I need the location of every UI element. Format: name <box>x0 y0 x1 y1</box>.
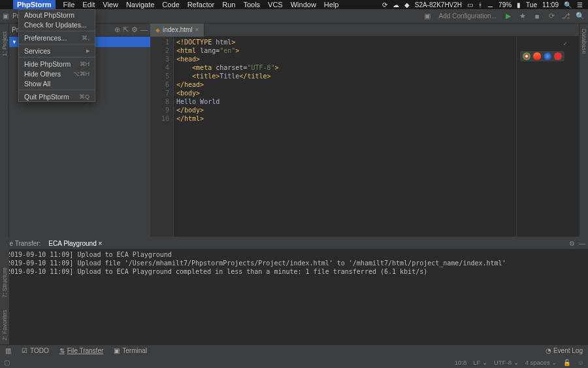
hide-icon[interactable]: — <box>140 25 148 34</box>
firefox-icon[interactable] <box>533 52 541 60</box>
editor-tabs: ◆ index.html × <box>150 24 579 37</box>
expand-arrow-icon[interactable]: ▼ <box>12 39 18 45</box>
menu-tools[interactable]: Tools <box>243 1 260 8</box>
menu-hide[interactable]: Hide PhpStorm⌘H <box>19 59 95 69</box>
menu-separator <box>19 57 95 58</box>
settings-icon[interactable]: ⚙ <box>131 25 138 34</box>
run-icon[interactable]: ▶ <box>503 11 514 22</box>
menu-window[interactable]: Window <box>291 1 316 8</box>
menu-separator <box>19 90 95 90</box>
menu-quit[interactable]: Quit PhpStorm⌘Q <box>19 92 95 101</box>
project-tool-button[interactable]: 1: Project <box>1 31 8 56</box>
close-icon[interactable]: × <box>99 240 103 247</box>
left-gutter: 1: Project <box>0 24 9 237</box>
tool-tab[interactable]: ECA Playground × <box>46 240 105 247</box>
spotlight-icon[interactable]: 🔍 <box>564 1 572 8</box>
terminal-icon: ▣ <box>114 347 120 354</box>
terminal-tab[interactable]: ▣Terminal <box>108 347 152 354</box>
structure-tool-button[interactable]: 7: Structure <box>1 267 8 298</box>
browser-preview-icons <box>520 51 564 61</box>
folder-icon: ▣ <box>3 12 8 20</box>
collapse-icon[interactable]: ⇱ <box>123 25 129 34</box>
clock-day: Tue <box>526 1 537 8</box>
window-icon-button[interactable]: ▥ <box>0 347 16 354</box>
battery-icon[interactable]: ▮ <box>517 1 521 8</box>
lock-icon[interactable]: 🔓 <box>563 359 571 366</box>
chrome-icon[interactable] <box>523 52 531 60</box>
code-content[interactable]: <!DOCTYPE html> <html lang="en"> <head> … <box>174 37 579 237</box>
tool-panel-header: File Transfer: ECA Playground × ⚙ — <box>0 237 588 249</box>
right-gutter: Database <box>579 24 588 237</box>
file-transfer-tab[interactable]: ⇅File Transfer <box>54 347 109 354</box>
debug-icon[interactable]: ★ <box>517 11 528 22</box>
right-margin-guide <box>516 37 517 237</box>
hostname: S2A-82K7HV2H <box>415 1 462 8</box>
editor-area: ◆ index.html × 12345678910 <!DOCTYPE htm… <box>150 24 579 237</box>
menu-preferences[interactable]: Preferences...⌘, <box>19 33 95 42</box>
bluetooth-icon[interactable]: ᚼ <box>478 1 482 8</box>
statusbar-icon[interactable]: ▢ <box>4 359 10 366</box>
menu-navigate[interactable]: Navigate <box>126 1 154 8</box>
locate-icon[interactable]: ⊕ <box>114 25 120 34</box>
update-icon[interactable]: ⟳ <box>546 11 557 22</box>
html-file-icon: ◆ <box>155 27 160 33</box>
add-configuration[interactable]: Add Configuration... <box>436 12 499 20</box>
bottom-tool-tabs: ▥ ☑TODO ⇅File Transfer ▣Terminal ◔ Event… <box>0 344 588 356</box>
encoding[interactable]: UTF-8 ⌄ <box>494 359 519 366</box>
check-icon: ☑ <box>22 347 27 354</box>
tool-log[interactable]: [2019-09-10 11:09] Upload to ECA Playgro… <box>0 249 588 344</box>
build-icon[interactable]: ▣ <box>422 11 433 22</box>
line-separator[interactable]: LF ⌄ <box>473 359 487 366</box>
menu-vcs[interactable]: VCS <box>268 1 283 8</box>
menu-refactor[interactable]: Refactor <box>188 1 215 8</box>
indent[interactable]: 4 spaces ⌄ <box>525 359 557 366</box>
menu-run[interactable]: Run <box>222 1 235 8</box>
statusbar: ▢ 10:8 LF ⌄ UTF-8 ⌄ 4 spaces ⌄ 🔓 ☺ <box>0 356 588 368</box>
stop-icon[interactable]: ■ <box>532 11 542 22</box>
code-editor[interactable]: 12345678910 <!DOCTYPE html> <html lang="… <box>150 37 579 237</box>
menu-view[interactable]: View <box>103 1 118 8</box>
todo-tab[interactable]: ☑TODO <box>16 347 54 354</box>
cloud-icon[interactable]: ☁ <box>393 1 399 8</box>
app-menu[interactable]: PhpStorm <box>13 0 56 9</box>
favorites-tool-button[interactable]: 2: Favorites <box>1 310 8 341</box>
inspect-icon[interactable]: ☺ <box>578 359 584 366</box>
menu-separator <box>19 44 95 44</box>
menu-file[interactable]: File <box>63 1 75 8</box>
menu-services[interactable]: Services <box>19 46 95 56</box>
hide-icon[interactable]: — <box>579 240 585 247</box>
opera-icon[interactable] <box>554 52 562 60</box>
clock-time: 11:09 <box>542 1 559 8</box>
menu-code[interactable]: Code <box>162 1 179 8</box>
macos-menubar: PhpStorm File Edit View Navigate Code Re… <box>0 0 588 9</box>
tab-label: index.html <box>163 26 193 33</box>
close-icon[interactable]: × <box>195 26 199 33</box>
phpstorm-app-menu: About PhpStorm Check for Updates... Pref… <box>18 9 95 102</box>
menu-about[interactable]: About PhpStorm <box>19 10 95 20</box>
tab-index-html[interactable]: ◆ index.html × <box>150 24 204 37</box>
line-gutter: 12345678910 <box>150 37 174 237</box>
menu-help[interactable]: Help <box>324 1 339 8</box>
database-tool-button[interactable]: Database <box>581 29 587 54</box>
search-icon[interactable]: 🔍 <box>575 11 585 22</box>
sync-icon[interactable]: ⟳ <box>382 1 387 8</box>
transfer-icon: ⇅ <box>59 347 65 354</box>
display-icon[interactable]: ▭ <box>467 1 473 8</box>
battery-percent: 79% <box>498 1 512 8</box>
menu-hide-others[interactable]: Hide Others⌥⌘H <box>19 69 95 78</box>
menu-edit[interactable]: Edit <box>82 1 95 8</box>
caret-position[interactable]: 10:8 <box>455 359 467 366</box>
vcs-icon[interactable]: ⎇ <box>561 11 571 22</box>
inspection-ok-icon[interactable]: ✓ <box>563 39 567 48</box>
gear-icon[interactable]: ⚙ <box>569 240 575 247</box>
menu-separator <box>19 31 95 31</box>
docker-icon[interactable]: ◆ <box>404 1 410 8</box>
event-log-tab[interactable]: ◔ Event Log <box>546 347 583 354</box>
safari-icon[interactable] <box>544 52 551 60</box>
menu-show-all[interactable]: Show All <box>19 78 95 88</box>
file-transfer-panel: File Transfer: ECA Playground × ⚙ — [201… <box>0 237 588 344</box>
control-center-icon[interactable]: ☰ <box>577 1 583 8</box>
wifi-icon[interactable]: ⚊ <box>487 1 493 8</box>
menu-check-updates[interactable]: Check for Updates... <box>19 20 95 29</box>
status-tray: ⟳ ☁ ◆ S2A-82K7HV2H ▭ ᚼ ⚊ 79% ▮ Tue 11:09… <box>382 1 583 8</box>
